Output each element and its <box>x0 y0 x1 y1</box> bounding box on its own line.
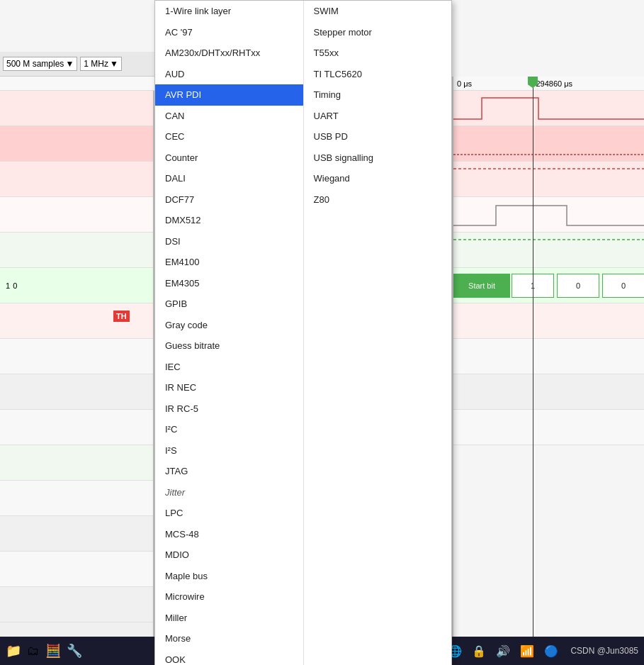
taskbar-right-icon-3[interactable]: 🔊 <box>496 644 510 658</box>
menu-item-usb-pd[interactable]: USB PD <box>304 126 452 147</box>
right-track-4 <box>453 197 644 233</box>
menu-item-dmx512[interactable]: DMX512 <box>155 210 303 231</box>
menu-item-microwire[interactable]: Microwire <box>155 586 303 608</box>
menu-item-morse[interactable]: Morse <box>155 628 303 649</box>
right-track-2 <box>453 126 644 162</box>
samples-dropdown[interactable]: 500 M samples ▼ <box>3 57 77 71</box>
taskbar-right-icon-2[interactable]: 🔒 <box>472 644 486 658</box>
menu-item-maple-bus[interactable]: Maple bus <box>155 566 303 587</box>
right-signal-5 <box>453 233 644 268</box>
menu-item-gpib[interactable]: GPIB <box>155 294 303 315</box>
bit-1-label-left: 1 <box>6 281 10 290</box>
menu-item-cec[interactable]: CEC <box>155 126 303 147</box>
menu-item-dsi[interactable]: DSI <box>155 231 303 252</box>
right-ruler-left: 0 μs <box>457 79 472 88</box>
taskbar-right-icon-5[interactable]: 🔵 <box>544 644 558 658</box>
menu-item-mcs-48[interactable]: MCS-48 <box>155 524 303 545</box>
track-label-8 <box>0 339 153 374</box>
samples-label: 500 M samples <box>6 59 64 69</box>
menu-item-stepper-motor[interactable]: Stepper motor <box>304 22 452 43</box>
taskbar-icon-1[interactable]: 📁 <box>6 643 21 659</box>
menu-item-aud[interactable]: AUD <box>155 64 303 85</box>
freq-dropdown[interactable]: 1 MHz ▼ <box>80 57 122 71</box>
track-label-12 <box>0 481 153 516</box>
right-track-7 <box>453 303 644 339</box>
right-bit-0a: 0 <box>557 274 599 298</box>
menu-item-wiegand[interactable]: Wiegand <box>304 168 452 189</box>
taskbar-right-icon-4[interactable]: 📶 <box>520 644 534 658</box>
right-signal-1 <box>453 91 644 126</box>
taskbar-icon-4[interactable]: 🔧 <box>67 643 82 659</box>
freq-arrow: ▼ <box>110 59 118 69</box>
menu-item-1-wire-link-layer[interactable]: 1-Wire link layer <box>155 1 303 22</box>
menu-item-ti-tlc5620[interactable]: TI TLC5620 <box>304 64 452 85</box>
menu-item-usb-signalling[interactable]: USB signalling <box>304 147 452 169</box>
right-track-10 <box>453 410 644 445</box>
menu-col-1: 1-Wire link layerAC '97AM230x/DHTxx/RHTx… <box>155 1 304 665</box>
right-track-9 <box>453 374 644 410</box>
menu-item-lpc[interactable]: LPC <box>155 503 303 524</box>
track-label-6: 1 0 <box>0 268 153 303</box>
menu-item-em4100[interactable]: EM4100 <box>155 252 303 273</box>
right-signal-4 <box>453 197 644 233</box>
menu-item-counter[interactable]: Counter <box>155 147 303 169</box>
track-label-2 <box>0 126 153 162</box>
menu-item-timing[interactable]: Timing <box>304 84 452 106</box>
menu-item-i-c[interactable]: I²C <box>155 419 303 440</box>
right-track-3 <box>453 162 644 197</box>
track-label-11 <box>0 445 153 481</box>
menu-col-2: SWIMStepper motorT55xxTI TLC5620TimingUA… <box>304 1 452 665</box>
menu-item-ir-rc-5[interactable]: IR RC-5 <box>155 398 303 420</box>
right-track-5 <box>453 233 644 268</box>
track-label-3 <box>0 162 153 197</box>
freq-label: 1 MHz <box>84 59 108 69</box>
menu-item-ook[interactable]: OOK <box>155 649 303 666</box>
track-labels: 1 0 TH <box>0 91 154 637</box>
menu-item-i-s[interactable]: I²S <box>155 440 303 462</box>
menu-item-am230x-dhtxx-rhtxx[interactable]: AM230x/DHTxx/RHTxx <box>155 43 303 64</box>
right-tracks: Start bit 1 0 0 <box>453 91 644 445</box>
menu-item-z80[interactable]: Z80 <box>304 189 452 211</box>
start-bit-label: Start bit <box>468 281 495 290</box>
menu-item-mdio[interactable]: MDIO <box>155 544 303 566</box>
menu-item-gray-code[interactable]: Gray code <box>155 315 303 336</box>
menu-item-miller[interactable]: Miller <box>155 608 303 629</box>
menu-item-can[interactable]: CAN <box>155 106 303 127</box>
bit-0-label-left: 0 <box>13 281 17 290</box>
right-ruler: 0 μs +294860 μs <box>453 77 644 91</box>
taskbar-brand-text: CSDN @Jun3085 <box>570 646 638 656</box>
menu-item-t55xx[interactable]: T55xx <box>304 43 452 64</box>
taskbar-icon-2[interactable]: 🗂 <box>27 644 40 659</box>
menu-item-guess-bitrate[interactable]: Guess bitrate <box>155 335 303 357</box>
menu-item-dali[interactable]: DALI <box>155 168 303 189</box>
right-signal-2 <box>453 126 644 162</box>
track-label-15 <box>0 587 153 622</box>
menu-item-em4305[interactable]: EM4305 <box>155 273 303 294</box>
track-label-10 <box>0 410 153 445</box>
menu-item-ac--97[interactable]: AC '97 <box>155 22 303 43</box>
menu-item-iec[interactable]: IEC <box>155 357 303 378</box>
track-label-9 <box>0 374 153 410</box>
right-bit-0b: 0 <box>602 274 644 298</box>
track-label-14 <box>0 552 153 587</box>
right-track-8 <box>453 339 644 374</box>
menu-item-jtag[interactable]: JTAG <box>155 461 303 482</box>
track-label-5 <box>0 233 153 268</box>
protocol-dropdown-menu: 1-Wire link layerAC '97AM230x/DHTxx/RHTx… <box>154 0 452 665</box>
menu-item-ir-nec[interactable]: IR NEC <box>155 377 303 398</box>
toolbar: 500 M samples ▼ 1 MHz ▼ <box>0 52 156 77</box>
track-label-1 <box>0 91 153 126</box>
menu-item-uart[interactable]: UART <box>304 106 452 127</box>
samples-arrow: ▼ <box>65 59 74 69</box>
th-box: TH <box>113 311 130 322</box>
menu-item-jitter[interactable]: Jitter <box>155 482 303 503</box>
menu-item-swim[interactable]: SWIM <box>304 1 452 22</box>
menu-item-avr-pdi[interactable]: AVR PDI <box>155 84 303 106</box>
start-bit-block: Start bit <box>453 274 510 298</box>
right-track-uart: Start bit 1 0 0 <box>453 268 644 303</box>
right-track-1 <box>453 91 644 126</box>
right-waveform-panel: 0 μs +294860 μs <box>452 77 644 637</box>
cursor-line <box>533 77 533 637</box>
menu-item-dcf77[interactable]: DCF77 <box>155 189 303 211</box>
taskbar-icon-3[interactable]: 🧮 <box>45 643 61 659</box>
